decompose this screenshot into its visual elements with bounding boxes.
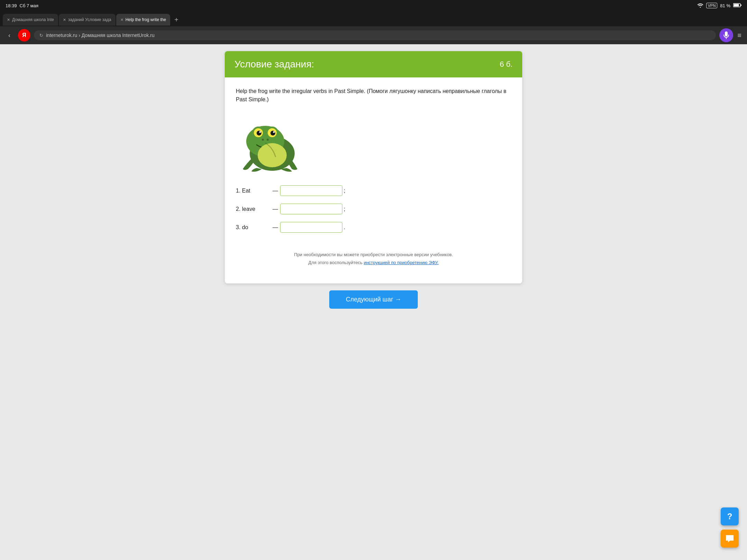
tab-3[interactable]: ✕ Help the frog write the [116, 14, 170, 26]
tab-close-2[interactable]: ✕ [63, 18, 66, 22]
tab-2[interactable]: ✕ заданий Условие зада [59, 14, 116, 26]
frog-image [236, 112, 511, 185]
task-body: Help the frog write the irregular verbs … [225, 77, 522, 283]
exercise-dash-1: — [273, 188, 278, 194]
svg-point-12 [270, 131, 275, 136]
exercise-dash-3: — [273, 224, 278, 231]
status-time: 18:39 [6, 3, 17, 8]
svg-point-11 [257, 131, 261, 136]
url-text: interneturok.ru › Домашняя школа Interne… [46, 32, 155, 38]
exercise-dash-2: — [273, 206, 278, 212]
status-bar-left: 18:39 Сб 7 мая [6, 3, 38, 8]
help-fab-button[interactable]: ? [721, 507, 739, 525]
exercise-punct-2: ; [344, 206, 345, 212]
tab-close-1[interactable]: ✕ [7, 18, 10, 22]
address-bar[interactable]: ↻ interneturok.ru › Домашняя школа Inter… [34, 30, 716, 40]
menu-button[interactable]: ≡ [736, 30, 743, 41]
svg-rect-3 [725, 31, 728, 36]
address-bar-actions: ≡ [719, 28, 743, 42]
exercise-input-1[interactable] [280, 185, 342, 196]
exercise-row-3: 3. do — . [236, 222, 511, 233]
status-bar: 18:39 Сб 7 мая VPN 81 % [0, 0, 747, 11]
footnote: При необходимости вы можете приобрести э… [236, 244, 511, 274]
footnote-link[interactable]: инструкцией по приобретению ЭФУ. [364, 260, 439, 265]
browser-chrome: ✕ Домашняя школа Inte ✕ заданий Условие … [0, 11, 747, 44]
svg-rect-2 [741, 4, 742, 6]
svg-point-13 [259, 131, 261, 133]
tab-bar: ✕ Домашняя школа Inte ✕ заданий Условие … [0, 11, 747, 26]
chat-fab-button[interactable] [721, 530, 739, 548]
exercise-punct-1: ; [344, 188, 345, 194]
tab-1[interactable]: ✕ Домашняя школа Inte [3, 14, 58, 26]
exercise-label-1: 1. Eat [236, 188, 270, 194]
back-button[interactable]: ‹ [4, 30, 15, 40]
footnote-secondary: Для этого воспользуйтесь инструкцией по … [243, 259, 504, 267]
task-card: Условие задания: 6 б. Help the frog writ… [225, 51, 522, 283]
battery-label: 81 % [720, 3, 730, 8]
task-description: Help the frog write the irregular verbs … [236, 87, 511, 104]
vpn-label: VPN [706, 3, 718, 8]
status-date: Сб 7 мая [20, 3, 39, 8]
svg-rect-1 [734, 4, 739, 6]
yandex-logo[interactable]: Я [18, 29, 30, 41]
svg-point-16 [267, 139, 269, 141]
task-header-title: Условие задания: [234, 59, 314, 70]
wifi-icon [697, 3, 703, 9]
exercise-label-2: 2. leave [236, 206, 270, 212]
exercise-label-3: 3. do [236, 224, 270, 231]
svg-point-17 [258, 143, 287, 167]
svg-point-15 [262, 139, 264, 141]
footnote-main: При необходимости вы можете приобрести э… [243, 251, 504, 259]
exercise-punct-3: . [344, 224, 345, 231]
footnote-pre: Для этого воспользуйтесь [308, 260, 364, 265]
refresh-icon: ↻ [39, 33, 43, 38]
bottom-area: Следующий шаг → [322, 283, 425, 316]
exercise-row-1: 1. Eat — ; [236, 185, 511, 196]
next-step-button[interactable]: Следующий шаг → [329, 290, 418, 309]
add-tab-button[interactable]: + [171, 14, 182, 25]
tab-label-2: заданий Условие зада [68, 17, 111, 22]
tab-close-3[interactable]: ✕ [120, 18, 123, 22]
svg-point-14 [273, 131, 275, 133]
exercise-row-2: 2. leave — ; [236, 204, 511, 214]
address-bar-row: ‹ Я ↻ interneturok.ru › Домашняя школа I… [0, 26, 747, 44]
battery-icon [733, 3, 741, 8]
exercise-input-3[interactable] [280, 222, 342, 233]
status-bar-right: VPN 81 % [697, 3, 741, 9]
tab-label-1: Домашняя школа Inte [12, 17, 54, 22]
tab-label-3: Help the frog write the [126, 17, 166, 22]
microphone-button[interactable] [719, 28, 733, 42]
exercise-input-2[interactable] [280, 204, 342, 214]
task-points: 6 б. [500, 60, 513, 69]
page-content: Условие задания: 6 б. Help the frog writ… [0, 44, 747, 560]
task-header: Условие задания: 6 б. [225, 51, 522, 77]
